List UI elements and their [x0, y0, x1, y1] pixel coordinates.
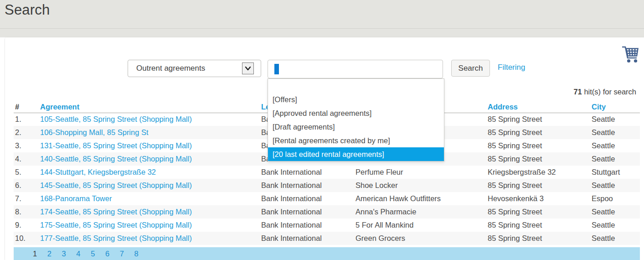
search-suggestions-dropdown: [Offers] [Approved rental agreements] [D…	[268, 78, 444, 161]
lessor-cell: Bank International	[261, 192, 355, 205]
agreement-link[interactable]: 145-Seattle, 85 Spring Street (Shopping …	[40, 181, 192, 189]
lessor-cell: Bank International	[261, 232, 355, 245]
column-header-address[interactable]: Address	[488, 101, 592, 113]
lessor-cell: Bank International	[261, 166, 355, 179]
lessee-cell: Anna's Pharmacie	[355, 205, 488, 218]
shopping-cart-button[interactable]	[622, 45, 639, 65]
lessor-cell: Bank International	[261, 218, 355, 232]
address-cell: 85 Spring Street	[488, 218, 592, 232]
hits-label: hit(s) for search	[582, 88, 636, 96]
address-cell: 85 Spring Street	[488, 152, 592, 166]
city-cell: Seattle	[592, 152, 640, 166]
agreement-link[interactable]: 106-Shopping Mall, 85 Spring St	[40, 128, 149, 136]
table-row: 5. 144-Stuttgart, Kriegsbergstraße 32 Ba…	[14, 166, 640, 179]
hits-count: 71	[573, 88, 582, 96]
table-row: 6. 145-Seattle, 85 Spring Street (Shoppi…	[14, 179, 640, 192]
row-index: 1.	[14, 113, 40, 126]
agreement-link[interactable]: 177-Seattle, 85 Spring Street (Shopping …	[40, 234, 192, 242]
city-cell: Seattle	[592, 218, 640, 232]
city-cell: Seattle	[592, 232, 640, 245]
pagination-page-link[interactable]: 6	[105, 247, 109, 260]
search-page: Search Outrent agreements Search Filteri…	[0, 0, 644, 260]
row-index: 4.	[14, 152, 40, 166]
column-header-index: #	[14, 101, 40, 113]
page-title: Search	[5, 2, 50, 18]
search-button[interactable]: Search	[451, 60, 490, 77]
suggestion-item[interactable]: [Approved rental agreements]	[268, 106, 444, 120]
agreement-link[interactable]: 144-Stuttgart, Kriegsbergstraße 32	[40, 168, 156, 176]
city-cell: Stuttgart	[592, 166, 640, 179]
address-cell: 85 Spring Street	[488, 139, 592, 152]
address-cell: 85 Spring Street	[488, 179, 592, 192]
filtering-link[interactable]: Filtering	[498, 63, 525, 72]
row-index: 10.	[14, 232, 40, 245]
pagination-page-link[interactable]: 4	[76, 247, 80, 260]
city-cell: Seattle	[592, 205, 640, 218]
header-divider	[0, 28, 644, 29]
address-cell: 85 Spring Street	[488, 113, 592, 126]
table-row: 9. 175-Seattle, 85 Spring Street (Shoppi…	[14, 218, 640, 232]
column-header-city[interactable]: City	[592, 101, 640, 113]
shopping-cart-icon	[622, 45, 639, 65]
agreement-link[interactable]: 131-Seattle, 85 Spring Street (Shopping …	[40, 141, 192, 150]
search-input[interactable]	[268, 60, 443, 78]
chevron-down-icon	[244, 64, 252, 73]
page-header-band: Search	[0, 0, 644, 37]
address-cell: Hevosenkenkä 3	[488, 192, 592, 205]
suggestion-item[interactable]: [Draft agreements]	[268, 120, 444, 134]
row-index: 7.	[14, 192, 40, 205]
row-index: 6.	[14, 179, 40, 192]
pagination-page-link[interactable]: 7	[120, 247, 124, 260]
select-dropdown-button[interactable]	[242, 62, 254, 74]
column-header-agreement[interactable]: Agreement	[40, 101, 261, 113]
lessee-cell: American Hawk Outfitters	[355, 192, 488, 205]
suggestion-item[interactable]: [Rental agreements created by me]	[268, 134, 444, 147]
search-type-select[interactable]: Outrent agreements	[128, 60, 261, 77]
pagination-current-page: 1	[33, 247, 37, 260]
agreement-link[interactable]: 105-Seattle, 85 Spring Street (Shopping …	[40, 115, 192, 123]
pagination-page-link[interactable]: 5	[91, 247, 95, 260]
text-cursor	[274, 64, 279, 74]
address-cell: 85 Spring Street	[488, 232, 592, 245]
suggestion-item-highlighted[interactable]: [20 last edited rental agreements]	[268, 147, 444, 161]
row-index: 9.	[14, 218, 40, 232]
address-cell: 85 Spring Street	[488, 126, 592, 139]
pagination-page-link[interactable]: 2	[47, 247, 52, 260]
city-cell: Seattle	[592, 179, 640, 192]
suggestion-item-blank[interactable]	[268, 79, 444, 93]
row-index: 3.	[14, 139, 40, 152]
city-cell: Seattle	[592, 126, 640, 139]
row-index: 5.	[14, 166, 40, 179]
lessee-cell: Shoe Locker	[355, 179, 488, 192]
city-cell: Espoo	[592, 192, 640, 205]
row-index: 8.	[14, 205, 40, 218]
pagination-page-link[interactable]: 8	[134, 247, 138, 260]
address-cell: 85 Spring Street	[488, 205, 592, 218]
lessee-cell: Perfume Fleur	[355, 166, 488, 179]
agreement-link[interactable]: 175-Seattle, 85 Spring Street (Shopping …	[40, 221, 192, 229]
agreement-link[interactable]: 140-Seattle, 85 Spring Street (Shopping …	[40, 155, 192, 163]
pagination-bar: 1 2 3 4 5 6 7 8	[14, 247, 640, 260]
pagination-page-link[interactable]: 3	[62, 247, 66, 260]
agreement-link[interactable]: 174-Seattle, 85 Spring Street (Shopping …	[40, 208, 192, 216]
search-type-selected-value: Outrent agreements	[136, 60, 205, 77]
lessor-cell: Bank International	[261, 205, 355, 218]
lessee-cell: Green Grocers	[355, 232, 488, 245]
table-row: 10. 177-Seattle, 85 Spring Street (Shopp…	[14, 232, 640, 245]
city-cell: Seattle	[592, 113, 640, 126]
table-row: 7. 168-Panorama Tower Bank International…	[14, 192, 640, 205]
row-index: 2.	[14, 126, 40, 139]
city-cell: Seattle	[592, 139, 640, 152]
table-row: 8. 174-Seattle, 85 Spring Street (Shoppi…	[14, 205, 640, 218]
suggestion-item[interactable]: [Offers]	[268, 93, 444, 106]
address-cell: Kriegsbergstraße 32	[488, 166, 592, 179]
hits-count-line: 71 hit(s) for search	[573, 88, 636, 96]
lessee-cell: 5 For All Mankind	[355, 218, 488, 232]
lessor-cell: Bank International	[261, 179, 355, 192]
agreement-link[interactable]: 168-Panorama Tower	[40, 194, 112, 203]
